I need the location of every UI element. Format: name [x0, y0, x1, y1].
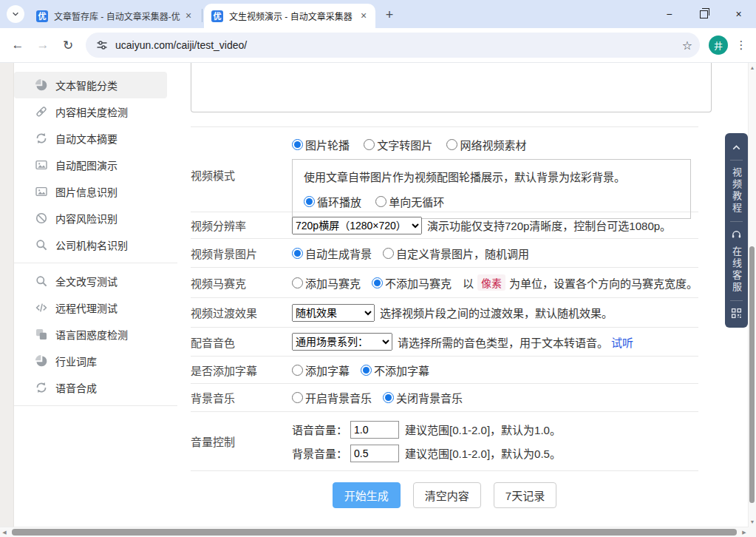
subtitle-radio[interactable] [361, 365, 372, 376]
video-mode-radio[interactable] [446, 139, 457, 150]
sidebar-item-industry-lexicon[interactable]: 行业词库 [14, 348, 167, 374]
sidebar-item-rewrite-test[interactable]: 全文改写测试 [14, 268, 167, 294]
tab-close-icon[interactable]: × [183, 10, 194, 22]
vertical-scrollbar[interactable]: ▲ ▼ [748, 63, 756, 527]
image-icon [35, 186, 47, 197]
row-label: 视频背景图片 [191, 246, 292, 261]
browser-tab-active[interactable]: 优 文生视频演示 - 自动文章采集器 × [204, 4, 375, 28]
subtitle-radio[interactable] [292, 365, 303, 376]
music-radio-group: 开启背景音乐 关闭背景音乐 [292, 390, 698, 405]
scroll-right-arrow[interactable]: ▶ [740, 528, 748, 536]
music-option[interactable]: 开启背景音乐 [292, 390, 372, 405]
mosaic-hint-prefix: 以 [463, 275, 474, 291]
loop-mode-option[interactable]: 循环播放 [304, 194, 361, 209]
sidebar-item-image-info[interactable]: 图片信息识别 [14, 178, 167, 205]
sidebar-item-label: 远程代理测试 [55, 300, 118, 315]
profile-avatar[interactable]: 井 [709, 36, 728, 55]
sidebar-item-label: 图片信息识别 [55, 184, 118, 199]
sidebar-item-perplexity[interactable]: 语言困惑度检测 [14, 321, 167, 348]
sidebar-item-relevance-check[interactable]: 内容相关度检测 [14, 98, 167, 125]
background-radio[interactable] [292, 248, 303, 259]
tab-search-button[interactable] [7, 5, 24, 23]
vertical-scroll-thumb[interactable] [749, 246, 755, 503]
music-radio[interactable] [383, 392, 394, 403]
music-option[interactable]: 关闭背景音乐 [383, 390, 463, 405]
subtitle-option[interactable]: 添加字幕 [292, 362, 350, 378]
bookmark-star-icon[interactable]: ☆ [682, 38, 692, 53]
video-mode-option[interactable]: 文字转图片 [364, 137, 432, 152]
close-window-button[interactable]: × [721, 0, 756, 28]
page-content: 文本智能分类 内容相关度检测 自动文本摘要 自动配图演示 图片信息识别 内容风险… [0, 63, 756, 537]
mosaic-radio[interactable] [292, 277, 303, 288]
sidebar: 文本智能分类 内容相关度检测 自动文本摘要 自动配图演示 图片信息识别 内容风险… [14, 72, 177, 411]
background-option[interactable]: 自动生成背景 [292, 246, 372, 261]
headset-icon[interactable] [731, 229, 742, 240]
sidebar-item-auto-image-demo[interactable]: 自动配图演示 [14, 152, 167, 178]
qr-code-icon[interactable] [731, 308, 742, 319]
article-textarea[interactable] [191, 63, 712, 112]
generate-button[interactable]: 开始生成 [333, 482, 401, 508]
forward-button[interactable]: → [31, 33, 55, 57]
transition-select[interactable]: 随机效果 [292, 304, 375, 322]
music-volume-input[interactable] [350, 445, 399, 462]
mosaic-option[interactable]: 添加马赛克 [292, 275, 361, 291]
music-radio[interactable] [292, 392, 303, 403]
video-mode-option[interactable]: 网络视频素材 [446, 137, 526, 152]
minimize-button[interactable]: − [652, 0, 687, 28]
row-label: 是否添加字幕 [191, 362, 292, 378]
records-button[interactable]: 7天记录 [494, 482, 556, 508]
sidebar-item-remote-proxy[interactable]: 远程代理测试 [14, 294, 167, 321]
audition-link[interactable]: 试听 [611, 334, 633, 350]
sidebar-item-auto-summary[interactable]: 自动文本摘要 [14, 125, 167, 152]
online-service-link[interactable]: 在线客服 [732, 246, 741, 294]
voice-volume-input[interactable] [350, 421, 399, 439]
sidebar-item-org-name[interactable]: 公司机构名识别 [14, 232, 167, 258]
sidebar-item-content-risk[interactable]: 内容风险识别 [14, 205, 167, 232]
video-mode-radio[interactable] [364, 139, 375, 150]
chevron-up-icon[interactable] [731, 142, 742, 153]
site-settings-icon[interactable] [96, 39, 108, 51]
voice-volume-label: 语音音量： [292, 422, 347, 437]
translate-icon [35, 328, 47, 340]
mosaic-option[interactable]: 不添加马赛克 [372, 275, 452, 291]
back-button[interactable]: ← [6, 33, 30, 57]
tab-close-icon[interactable]: × [358, 10, 370, 22]
horizontal-scroll-thumb[interactable] [12, 529, 737, 536]
sidebar-item-tts[interactable]: 语音合成 [14, 374, 167, 401]
address-bar[interactable]: ucaiyun.com/caiji/test_video/ ☆ [86, 33, 700, 58]
sidebar-divider [14, 263, 177, 263]
resolution-select[interactable]: 720p横屏（1280×720） [292, 217, 422, 234]
loop-mode-option[interactable]: 单向无循环 [375, 194, 444, 209]
window-controls: − × [652, 0, 756, 28]
row-transition: 视频过渡效果 随机效果 选择视频片段之间的过渡效果，默认随机效果。 [191, 297, 698, 327]
main-form: 视频模式 图片轮播 文字转图片 网络视频素材 [191, 63, 712, 508]
loop-mode-radio[interactable] [375, 196, 386, 207]
refresh-icon [35, 382, 47, 394]
loop-mode-radio[interactable] [304, 196, 315, 207]
scrollbar-corner [749, 527, 756, 537]
sidebar-item-label: 全文改写测试 [55, 274, 118, 288]
row-volume: 音量控制 语音音量： 建议范围[0.1-2.0]，默认为1.0。 背景音量： 建… [191, 411, 698, 470]
scroll-up-arrow[interactable]: ▲ [749, 64, 756, 72]
restore-button[interactable] [687, 0, 721, 28]
video-mode-description: 使用文章自带图片作为视频配图轮播展示，默认背景为炫彩背景。 [304, 169, 679, 184]
browser-tab-inactive[interactable]: 优 文章暂存库 - 自动文章采集器-优 × [29, 4, 200, 28]
voice-tone-select[interactable]: 通用场景系列： [292, 333, 392, 351]
sidebar-item-label: 内容相关度检测 [55, 104, 128, 119]
browser-menu-icon[interactable]: ⋮ [732, 36, 750, 54]
video-mode-radio[interactable] [292, 139, 303, 150]
subtitle-option[interactable]: 不添加字幕 [361, 362, 429, 378]
video-mode-option[interactable]: 图片轮播 [292, 137, 350, 152]
new-tab-button[interactable]: + [380, 5, 399, 24]
background-option[interactable]: 自定义背景图片，随机调用 [383, 246, 529, 261]
clear-button[interactable]: 清空内容 [413, 482, 481, 508]
horizontal-scrollbar[interactable]: ◀ ▶ [0, 527, 749, 537]
video-tutorial-link[interactable]: 视频教程 [732, 167, 741, 215]
url-text[interactable]: ucaiyun.com/caiji/test_video/ [115, 39, 675, 51]
sidebar-item-text-classify[interactable]: 文本智能分类 [14, 72, 167, 98]
reload-button[interactable]: ↻ [56, 33, 80, 57]
scroll-down-arrow[interactable]: ▼ [749, 519, 756, 526]
scroll-left-arrow[interactable]: ◀ [1, 528, 8, 536]
mosaic-radio[interactable] [372, 277, 383, 288]
background-radio[interactable] [383, 248, 394, 259]
